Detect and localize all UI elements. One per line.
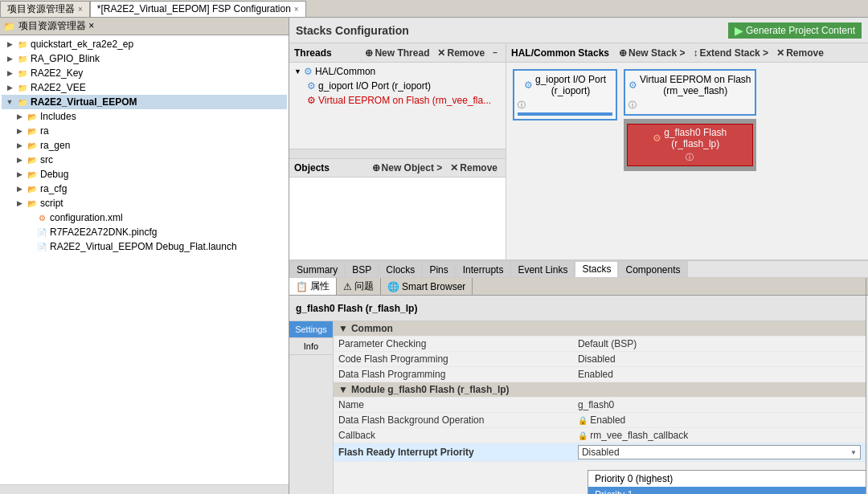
- thread-vee[interactable]: ⚙ Virtual EEPROM on Flash (rm_vee_fla...: [291, 93, 504, 108]
- tree-label-ra-cfg: ra_cfg: [40, 183, 67, 194]
- dropdown-option-priority1[interactable]: Priority 1: [588, 487, 866, 494]
- new-thread-button[interactable]: ⊕ New Thread: [362, 47, 432, 59]
- bottom-tab-problems[interactable]: ⚠ 问题: [337, 278, 381, 295]
- tree-item-ra2e2-vee[interactable]: ▶ 📁 RA2E2_VEE: [2, 80, 287, 95]
- prop-value-data-flash[interactable]: Enabled: [573, 367, 866, 382]
- extend-stack-button[interactable]: ↕ Extend Stack >: [690, 47, 772, 59]
- tree-item-ra2e2-key[interactable]: ▶ 📁 RA2E2_Key: [2, 66, 287, 80]
- tree-item-ra2e2-virtual[interactable]: ▼ 📁 RA2E2_Virtual_EEPOM: [2, 95, 287, 109]
- tree-item-config-xml[interactable]: ⚙ configuration.xml: [2, 210, 287, 225]
- explorer-header: 📁 项目资源管理器 ×: [0, 18, 289, 35]
- stack-flash[interactable]: ⚙ g_flash0 Flash (r_flash_lp) ⓘ: [627, 124, 753, 166]
- bottom-tab-properties[interactable]: 📋 属性: [289, 278, 337, 295]
- tab-clocks[interactable]: Clocks: [379, 261, 422, 277]
- tree-arrow-ra-cfg[interactable]: ▶: [14, 185, 24, 193]
- tab-bsp[interactable]: BSP: [345, 261, 379, 277]
- new-thread-label: New Thread: [375, 47, 429, 59]
- tree-item-ra-gpio[interactable]: ▶ 📁 RA_GPIO_Blink: [2, 51, 287, 66]
- thread-hal-common[interactable]: ▼ ⚙ HAL/Common: [291, 64, 504, 79]
- remove-object-icon: ✕: [450, 162, 458, 174]
- tree-arrow-ra2e2-key[interactable]: ▶: [5, 69, 14, 77]
- tab-interrupts[interactable]: Interrupts: [456, 261, 511, 277]
- row-name: Name g_flash0: [334, 398, 866, 413]
- tree-arrow-quickstart[interactable]: ▶: [5, 40, 14, 48]
- new-stack-button[interactable]: ⊕ New Stack >: [616, 47, 688, 59]
- generate-project-button[interactable]: ▶ Generate Project Content: [728, 22, 862, 39]
- prop-value-name[interactable]: g_flash0: [573, 398, 866, 413]
- flash-info-icon: ⓘ: [630, 152, 750, 163]
- tree-item-src[interactable]: ▶ 📂 src: [2, 153, 287, 167]
- settings-button[interactable]: Settings: [289, 321, 333, 338]
- stack-ioport[interactable]: ⚙ g_ioport I/O Port (r_ioport) ⓘ: [513, 69, 617, 120]
- tab-stacks[interactable]: Stacks: [575, 261, 618, 277]
- tree-arrow-ra-gen[interactable]: ▶: [14, 141, 24, 149]
- tab-fsp-config-close[interactable]: ×: [294, 5, 299, 14]
- threads-minimize[interactable]: −: [489, 47, 501, 58]
- tab-fsp-config-label: *[RA2E2_Virtual_EEPOM] FSP Configuration: [97, 3, 291, 14]
- tree-arrow-script[interactable]: ▶: [14, 199, 24, 207]
- problem-icon: ⚠: [343, 281, 352, 292]
- api-info-button[interactable]: Info: [289, 338, 333, 355]
- tree-item-pincfg[interactable]: 📄 R7FA2E2A72DNK.pincfg: [2, 225, 287, 239]
- dropdown-option-priority0[interactable]: Priority 0 (highest): [588, 471, 866, 487]
- tree-arrow-ra2e2-vee[interactable]: ▶: [5, 84, 14, 92]
- common-expand-icon[interactable]: ▼: [338, 323, 348, 334]
- explorer-hscroll[interactable]: [0, 484, 289, 494]
- prop-value-code-flash[interactable]: Disabled: [573, 352, 866, 367]
- prop-value-dfbg[interactable]: 🔒 Enabled: [573, 413, 866, 428]
- new-object-icon: ⊕: [372, 162, 380, 174]
- tree-item-launch[interactable]: 📄 RA2E2_Virtual_EEPOM Debug_Flat.launch: [2, 239, 287, 254]
- stack-vee[interactable]: ⚙ Virtual EEPROM on Flash (rm_vee_flash)…: [624, 69, 756, 116]
- stack-vee-group: ⚙ Virtual EEPROM on Flash (rm_vee_flash)…: [624, 69, 756, 171]
- prop-label-dfbg: Data Flash Background Operation: [334, 413, 573, 428]
- tree-item-includes[interactable]: ▶ 📂 Includes: [2, 109, 287, 124]
- ioport-title-line1: g_ioport I/O Port: [535, 74, 606, 85]
- tree-item-ra[interactable]: ▶ 📂 ra: [2, 124, 287, 138]
- tab-interrupts-label: Interrupts: [463, 264, 504, 276]
- tab-project-explorer-close[interactable]: ×: [78, 5, 83, 14]
- tab-summary[interactable]: Summary: [289, 261, 345, 277]
- tab-event-links[interactable]: Event Links: [510, 261, 575, 277]
- remove-thread-button[interactable]: ✕ Remove: [434, 47, 488, 59]
- new-thread-icon: ⊕: [365, 47, 373, 59]
- tree-item-quickstart[interactable]: ▶ 📁 quickstart_ek_ra2e2_ep: [2, 37, 287, 51]
- tree-arrow-debug[interactable]: ▶: [14, 170, 24, 178]
- lock-icon-dfbg: 🔒: [578, 416, 588, 425]
- folder-icon-includes: 📂: [26, 110, 39, 123]
- tree-item-debug[interactable]: ▶ 📂 Debug: [2, 167, 287, 182]
- properties-panel: 📋 属性 ⚠ 问题 🌐 Smart Browser g_flash0 Flash…: [289, 278, 866, 494]
- tree-arrow-ra2e2-virtual[interactable]: ▼: [5, 98, 14, 106]
- folder-icon-ra-gen: 📂: [26, 139, 39, 152]
- tree-arrow-ra[interactable]: ▶: [14, 127, 24, 135]
- remove-hal-button[interactable]: ✕ Remove: [773, 47, 827, 59]
- tree-item-script[interactable]: ▶ 📂 script: [2, 196, 287, 210]
- module-expand-icon[interactable]: ▼: [338, 384, 348, 395]
- threads-hscroll[interactable]: [289, 149, 506, 158]
- new-object-button[interactable]: ⊕ New Object >: [369, 161, 446, 174]
- explorer-title-text: 项目资源管理器 ×: [18, 19, 94, 33]
- tab-project-explorer-label: 项目资源管理器: [7, 2, 75, 16]
- tab-fsp-config[interactable]: *[RA2E2_Virtual_EEPOM] FSP Configuration…: [90, 1, 306, 17]
- prop-value-param-check[interactable]: Default (BSP): [573, 337, 866, 352]
- tree-item-ra-gen[interactable]: ▶ 📂 ra_gen: [2, 138, 287, 153]
- lock-icon-callback: 🔒: [578, 431, 588, 440]
- ioport-blue-bar: [518, 112, 612, 116]
- main-area: 📁 项目资源管理器 × ▶ 📁 quickstart_ek_ra2e2_ep ▶…: [0, 18, 868, 494]
- tree-arrow-ra-gpio[interactable]: ▶: [5, 55, 14, 63]
- ioport-info-icon: ⓘ: [518, 100, 612, 111]
- tree-arrow-src[interactable]: ▶: [14, 156, 24, 164]
- tab-components[interactable]: Components: [618, 261, 687, 277]
- interrupt-dropdown[interactable]: Disabled ▼: [578, 445, 861, 459]
- prop-value-callback[interactable]: 🔒 rm_vee_flash_callback: [573, 428, 866, 443]
- tree-item-ra-cfg[interactable]: ▶ 📂 ra_cfg: [2, 182, 287, 196]
- prop-label-code-flash: Code Flash Programming: [334, 352, 573, 367]
- prop-value-interrupt[interactable]: Disabled ▼: [573, 443, 866, 462]
- common-label-text: Common: [351, 323, 393, 334]
- tab-project-explorer[interactable]: 项目资源管理器 ×: [0, 1, 90, 17]
- tab-pins[interactable]: Pins: [422, 261, 455, 277]
- remove-object-button[interactable]: ✕ Remove: [447, 161, 501, 174]
- tree-arrow-includes[interactable]: ▶: [14, 112, 24, 120]
- thread-ioport[interactable]: ⚙ g_ioport I/O Port (r_ioport): [291, 79, 504, 93]
- bottom-tab-smart-browser[interactable]: 🌐 Smart Browser: [381, 278, 473, 295]
- flash-gear-icon: ⚙: [653, 133, 661, 144]
